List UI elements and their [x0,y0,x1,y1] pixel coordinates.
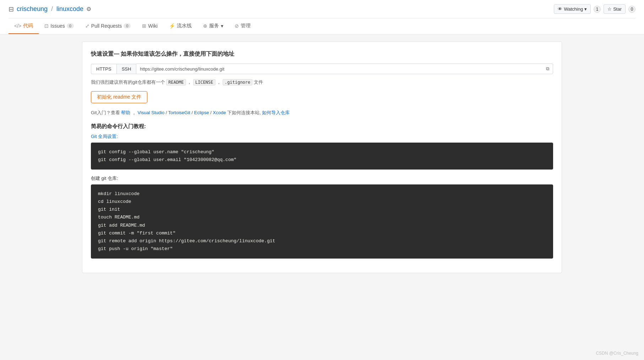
nav-tabs: </> 代码 ⊡ Issues 0 ⤢ Pull Requests 0 ⊞ Wi… [9,18,635,34]
issues-badge: 0 [67,23,74,28]
tab-pipeline[interactable]: ⚡ 流水线 [163,18,197,34]
git-intro-line: Git入门？查看 帮助 ， Visual Studio / TortoiseGi… [91,110,553,116]
help-link[interactable]: 帮助 [121,110,130,115]
tab-wiki[interactable]: ⊞ Wiki [136,19,163,34]
tab-wiki-label: Wiki [148,23,157,29]
quick-setup-title: 快速设置— 如果你知道该怎么操作，直接使用下面的地址 [91,50,553,58]
repo-title: ⊟ crischeung / linuxcode ⚙ [9,5,91,13]
repo-owner-link[interactable]: crischeung [17,5,48,13]
tab-code-label: 代码 [23,23,33,29]
license-code: LICENSE [193,79,215,85]
tab-code[interactable]: </> 代码 [9,18,39,34]
star-count: 0 [628,6,635,13]
visual-studio-link[interactable]: Visual Studio [138,110,165,115]
header: ⊟ crischeung / linuxcode ⚙ 👁 Watching ▾ … [0,0,644,34]
wiki-icon: ⊞ [142,23,146,29]
content-card: 快速设置— 如果你知道该怎么操作，直接使用下面的地址 HTTPS SSH ⧉ 我… [82,41,562,273]
gitignore-code: .gitignore [223,79,252,85]
tortoise-git-link[interactable]: TortoiseGit [168,110,190,115]
header-actions: 👁 Watching ▾ 1 ☆ Star 0 [554,4,635,14]
watch-button[interactable]: 👁 Watching ▾ [554,4,591,14]
watch-label: Watching [564,6,583,12]
tab-services-label: 服务 [209,23,219,29]
services-icon: ⊕ [203,23,207,29]
header-top: ⊟ crischeung / linuxcode ⚙ 👁 Watching ▾ … [9,0,635,18]
xcode-link[interactable]: Xcode [213,110,226,115]
tab-manage[interactable]: ⊘ 管理 [229,18,256,34]
import-repo-link[interactable]: 如何导入仓库 [262,110,290,115]
tab-issues-label: Issues [50,23,65,29]
pr-badge: 0 [124,23,131,28]
tab-manage-label: 管理 [241,23,251,29]
global-config-label: Git 全局设置: [91,133,553,140]
star-label: Star [613,6,622,12]
url-row: HTTPS SSH ⧉ [91,63,553,74]
global-config-code: git config --global user.name "crischeun… [91,143,553,170]
settings-icon[interactable]: ⚙ [86,6,91,12]
issues-icon: ⊡ [44,23,49,29]
create-repo-code: mkdir linuxcode cd linuxcode git init to… [91,184,553,259]
pr-icon: ⤢ [85,23,89,29]
recommend-text: 我们强烈建议所有的git仓库都有一个 README ， LICENSE ， .g… [91,79,553,85]
tab-pull-requests[interactable]: ⤢ Pull Requests 0 [80,19,137,34]
readme-code: README [166,79,186,85]
manage-icon: ⊘ [235,23,239,29]
copy-url-button[interactable]: ⧉ [542,64,553,74]
watch-count: 1 [594,6,601,13]
chevron-down-icon: ▾ [584,6,587,12]
eclipse-link[interactable]: Eclipse [194,110,209,115]
separator: / [51,5,53,13]
tab-pr-label: Pull Requests [91,23,122,29]
star-button[interactable]: ☆ Star [604,4,626,14]
https-button[interactable]: HTTPS [91,64,116,74]
tab-services[interactable]: ⊕ 服务 ▾ [197,18,229,34]
repo-url-input[interactable] [136,64,542,74]
create-repo-label: 创建 git 仓库: [91,175,553,182]
eye-icon: 👁 [558,6,562,12]
copy-icon: ⧉ [546,66,549,71]
repo-name-link[interactable]: linuxcode [56,5,83,13]
tutorial-title: 简易的命令行入门教程: [91,123,553,130]
main-content: 快速设置— 如果你知道该怎么操作，直接使用下面的地址 HTTPS SSH ⧉ 我… [73,34,571,280]
tab-pipeline-label: 流水线 [177,23,192,29]
ssh-button[interactable]: SSH [116,64,137,74]
init-readme-button[interactable]: 初始化 readme 文件 [91,91,147,103]
url-input-wrap: ⧉ [136,63,553,74]
star-icon: ☆ [607,6,612,12]
services-dropdown-icon: ▾ [221,23,223,29]
code-icon: </> [14,23,21,29]
tab-issues[interactable]: ⊡ Issues 0 [39,19,80,34]
pipeline-icon: ⚡ [169,23,175,29]
repo-icon: ⊟ [9,5,14,13]
